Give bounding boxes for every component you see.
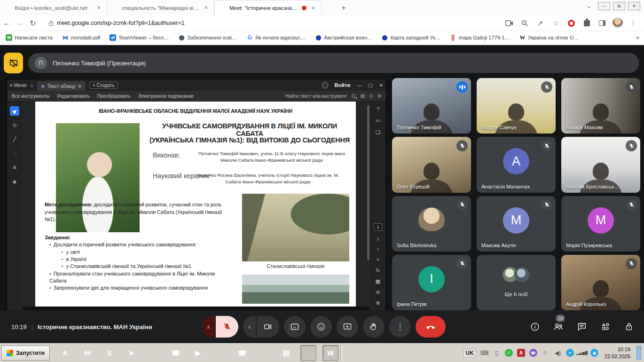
presenter-banner[interactable]: П Пятничко Тимофій (Презентація) — [28, 53, 639, 73]
browser-tab[interactable]: f спеціальність "Міжнародні від…" ✕ — [107, 0, 214, 16]
pdf-hamburger-icon[interactable]: ≡ Меню — [10, 83, 27, 88]
host-controls-icon[interactable] — [622, 320, 636, 333]
mic-muted-button[interactable] — [215, 316, 238, 338]
page-down-icon[interactable]: ∨ — [377, 257, 380, 262]
pdf-minimize-button[interactable]: — — [357, 83, 361, 88]
telegram-icon[interactable]: ➤ — [124, 345, 140, 361]
pdf-menu-item[interactable]: Электронное подписание — [138, 94, 194, 99]
url-text[interactable]: meet.google.com/ixp-zcmk-fut?pli=1&authu… — [57, 20, 185, 26]
participant-tile[interactable]: Богдан Савчук — [477, 78, 556, 134]
people-icon[interactable]: 18 — [552, 320, 565, 333]
network-icon[interactable]: ▂▄▆█ — [578, 349, 586, 357]
side-panel-icon[interactable] — [596, 17, 608, 29]
stamp-tool[interactable]: ◈ — [10, 177, 19, 186]
restore-button[interactable]: ⧉ — [613, 2, 625, 10]
kmplayer-icon[interactable]: ⋈ — [79, 345, 95, 361]
chrome-icon[interactable] — [212, 345, 228, 361]
bookmark-item[interactable]: ⣿ mapa Galicji 1779-1… — [450, 34, 510, 41]
pen-tool[interactable]: ╱ — [10, 134, 19, 144]
pdf-zoom-tool-icon[interactable]: ⊖ — [376, 289, 380, 295]
participant-tile[interactable]: Sofia Biloholovka — [392, 196, 471, 252]
pdf-header-icon[interactable]: ⧉ — [378, 93, 381, 99]
participant-tile[interactable]: А Анастасія Маланчук — [477, 137, 556, 192]
address-bar[interactable]: meet.google.com/ixp-zcmk-fut?pli=1&authu… — [43, 17, 485, 29]
bookmarks-overflow-icon[interactable]: » — [636, 34, 639, 41]
pdf-header-icon[interactable]: ▤ — [360, 93, 364, 99]
present-button[interactable] — [337, 316, 358, 338]
tab-close-icon[interactable]: ✕ — [309, 4, 317, 12]
pdf-restore-button[interactable]: ▢ — [368, 83, 372, 88]
bookmark-item[interactable]: W Україна на літніх О… — [519, 34, 579, 41]
pdf-header-icon[interactable]: ⎙ — [369, 93, 373, 99]
bookmark-item[interactable]: Забезпечення осві… — [179, 34, 237, 41]
pdf-menu-item[interactable]: Редактировать — [57, 94, 90, 99]
participant-tile[interactable]: M Марія Пузиревська — [561, 196, 640, 252]
firefox-icon[interactable] — [146, 345, 162, 361]
back-icon[interactable]: ← — [0, 19, 13, 27]
info-icon[interactable]: i — [322, 82, 328, 88]
flag-icon[interactable]: ⚐ — [542, 349, 550, 357]
lasso-tool[interactable]: ◌ — [10, 149, 19, 158]
new-tab-button[interactable]: + — [338, 2, 350, 14]
reload-icon[interactable]: ↻ — [26, 19, 39, 28]
meeting-details-icon[interactable] — [528, 320, 542, 333]
viber-tray-icon[interactable]: ☎ — [529, 349, 537, 357]
participant-tile[interactable]: Пятничко Тимофій — [392, 78, 471, 134]
zoom-icon[interactable] — [518, 17, 531, 29]
edit-text-tool[interactable]: A — [10, 163, 19, 172]
tab-close-icon[interactable]: ✕ — [95, 4, 103, 12]
taskbar-clock[interactable]: 10:19 22.02.2025 — [605, 346, 630, 360]
skype-icon[interactable]: S — [102, 345, 118, 361]
pdf-close-button[interactable]: ✕ — [379, 83, 383, 88]
page-up-icon[interactable]: ∧ — [377, 247, 380, 252]
participant-tile[interactable]: Олег Єгрешій — [392, 137, 471, 192]
participant-tile[interactable]: M Максим Акутін — [477, 196, 556, 252]
search-icon[interactable] — [352, 94, 355, 98]
pdf-search-label[interactable]: Найти текст или инструмент — [285, 94, 347, 99]
end-call-button[interactable] — [416, 316, 446, 338]
language-indicator[interactable]: UK — [463, 349, 476, 357]
keyboard-icon[interactable]: ⌨ — [480, 349, 488, 357]
antivirus-icon[interactable]: ✓ — [505, 349, 513, 357]
select-tool[interactable]: ▶ — [10, 106, 19, 116]
star-icon[interactable]: ☆ — [550, 17, 562, 29]
pdf-zoom-tool-icon[interactable]: ↻ — [376, 268, 380, 274]
camera-button-group[interactable]: ∧ — [243, 316, 279, 338]
browser-tab[interactable]: ✉ Вхідні • korolko_andr@ukr.net ✕ — [0, 0, 107, 16]
camera-button[interactable] — [256, 316, 279, 338]
show-desktop-button[interactable] — [636, 346, 641, 360]
more-options-button[interactable]: ⋮ — [389, 316, 411, 338]
pdf-scrollbar[interactable] — [367, 105, 369, 260]
extensions-puzzle-icon[interactable] — [581, 17, 593, 29]
chrome-active-icon[interactable] — [300, 345, 316, 361]
file-explorer-icon[interactable]: ▤ — [278, 345, 294, 361]
bookmark-item[interactable]: ✉ Написати листа — [6, 34, 53, 41]
bookmark-item[interactable]: ⋈ monolatii.pdf — [62, 34, 100, 41]
captions-button[interactable]: cc — [284, 316, 306, 338]
pdf-zoom-tool-icon[interactable]: ▦ — [376, 278, 380, 284]
pdf-right-icon[interactable]: ? — [377, 106, 379, 112]
bookmark-item[interactable]: ⇄ TeamViewer – бесп… — [110, 34, 169, 41]
telegram-tray-icon[interactable]: ➤ — [566, 349, 574, 357]
aimp-icon[interactable]: A — [57, 345, 73, 361]
aimp-tray-icon[interactable]: A — [517, 349, 525, 357]
participant-tile[interactable]: Багира Максим — [561, 78, 640, 134]
adblock-extension-icon[interactable] — [565, 17, 577, 29]
participant-tile[interactable]: Максим Бреславськ… — [561, 137, 640, 192]
pdf-signin-button[interactable]: Войти — [335, 82, 351, 88]
viber-icon[interactable]: ☎ — [168, 345, 184, 361]
participant-tile[interactable]: І Ірина Петрів — [392, 255, 471, 310]
camera-options-chevron-icon[interactable]: ∧ — [243, 316, 256, 338]
word-icon[interactable]: W — [322, 345, 338, 361]
media-player-icon[interactable]: ▶ — [190, 345, 206, 361]
browser-tab[interactable]: ▸ Meet: "Історичне краєзнавс…" ✕ — [214, 0, 322, 16]
mic-options-chevron-icon[interactable]: ∧ — [202, 316, 215, 338]
activities-icon[interactable] — [599, 320, 612, 333]
browser-tray-icon[interactable]: ◉ — [590, 349, 598, 357]
zoom-tool[interactable]: ⊙ — [10, 120, 19, 130]
chat-icon[interactable] — [575, 320, 589, 333]
minimize-button[interactable]: — — [598, 2, 610, 10]
pdf-document-tab[interactable]: ★ Текст абзацу ✕ — [37, 81, 86, 91]
mic-button-group[interactable]: ∧ — [202, 316, 238, 338]
pdf-zoom-tool-icon[interactable]: ⊕ — [376, 300, 380, 306]
